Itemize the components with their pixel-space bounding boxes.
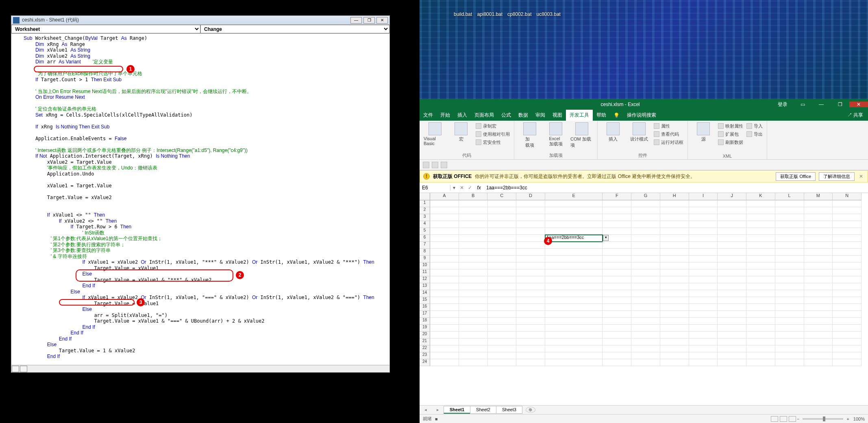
row-header[interactable]: 9: [420, 256, 430, 262]
row-header[interactable]: 5: [420, 228, 430, 235]
cell[interactable]: [430, 283, 459, 290]
ribbon-tab[interactable]: 审阅: [532, 110, 549, 121]
cell[interactable]: [516, 262, 545, 269]
cell[interactable]: [516, 276, 545, 283]
design-mode-button[interactable]: 设计模式: [628, 122, 650, 142]
cell[interactable]: [516, 283, 545, 290]
cell[interactable]: [833, 200, 861, 207]
cell[interactable]: [516, 235, 545, 242]
cell[interactable]: [545, 332, 603, 338]
cell[interactable]: [775, 200, 804, 207]
namebox-dropdown-icon[interactable]: ▾: [450, 185, 458, 191]
insert-controls-button[interactable]: 插入: [602, 122, 624, 142]
cell[interactable]: [689, 269, 718, 276]
cell[interactable]: [775, 242, 804, 249]
cell[interactable]: [746, 249, 775, 256]
cell[interactable]: [804, 359, 833, 366]
cell[interactable]: [746, 276, 775, 283]
cell[interactable]: [804, 290, 833, 297]
cell[interactable]: [603, 249, 631, 256]
cell[interactable]: [660, 276, 689, 283]
cell[interactable]: [516, 359, 545, 366]
cell[interactable]: [631, 242, 660, 249]
cell[interactable]: [775, 214, 804, 221]
cell[interactable]: [488, 311, 517, 318]
row-header[interactable]: 3: [420, 214, 430, 221]
macros-button[interactable]: 宏: [450, 122, 472, 142]
cell[interactable]: [746, 318, 775, 325]
cell[interactable]: [833, 256, 861, 262]
cell[interactable]: [718, 290, 746, 297]
row-header[interactable]: 14: [420, 290, 430, 297]
cell[interactable]: [631, 359, 660, 366]
cell[interactable]: [689, 249, 718, 256]
save-icon[interactable]: [423, 162, 429, 168]
cell[interactable]: [804, 332, 833, 338]
cell[interactable]: [746, 235, 775, 242]
cell[interactable]: [516, 290, 545, 297]
cell[interactable]: [430, 297, 459, 304]
cell[interactable]: [746, 269, 775, 276]
cell[interactable]: [488, 283, 517, 290]
cell[interactable]: [631, 318, 660, 325]
addins-button[interactable]: 加 载项: [518, 122, 541, 148]
cell[interactable]: [430, 332, 459, 338]
cell[interactable]: [459, 318, 488, 325]
cell[interactable]: [689, 228, 718, 235]
cell[interactable]: [603, 200, 631, 207]
name-box[interactable]: E6: [420, 185, 450, 191]
row-header[interactable]: 10: [420, 262, 430, 269]
cell[interactable]: [603, 269, 631, 276]
view-code-button[interactable]: 查看代码: [654, 130, 683, 138]
cell[interactable]: [746, 297, 775, 304]
cell[interactable]: [459, 269, 488, 276]
cell[interactable]: [631, 221, 660, 228]
cell[interactable]: [833, 304, 861, 311]
tellme-icon[interactable]: 💡: [610, 110, 623, 121]
cell[interactable]: [488, 207, 517, 214]
cell[interactable]: [603, 325, 631, 332]
cell[interactable]: [718, 249, 746, 256]
cell[interactable]: [603, 207, 631, 214]
cell[interactable]: [430, 228, 459, 235]
cell[interactable]: [746, 262, 775, 269]
cell[interactable]: [660, 200, 689, 207]
cell[interactable]: [603, 345, 631, 352]
column-header[interactable]: L: [775, 193, 804, 200]
close-button[interactable]: ✕: [376, 17, 388, 24]
cell[interactable]: [660, 332, 689, 338]
cell[interactable]: [718, 359, 746, 366]
cell[interactable]: [804, 311, 833, 318]
row-header[interactable]: 4: [420, 221, 430, 228]
cell[interactable]: [660, 235, 689, 242]
ribbon-tab[interactable]: 开发工具: [566, 110, 593, 121]
cell[interactable]: [459, 290, 488, 297]
cell[interactable]: [833, 338, 861, 345]
cell[interactable]: [746, 311, 775, 318]
select-all-corner[interactable]: [420, 193, 430, 200]
cell[interactable]: [660, 318, 689, 325]
cell[interactable]: [775, 269, 804, 276]
cell[interactable]: [430, 345, 459, 352]
cell[interactable]: [516, 214, 545, 221]
proc-view-icon[interactable]: [12, 366, 19, 372]
cell[interactable]: [545, 311, 603, 318]
cell[interactable]: [631, 256, 660, 262]
cell[interactable]: [804, 276, 833, 283]
cell[interactable]: [775, 207, 804, 214]
cell[interactable]: [689, 345, 718, 352]
cell[interactable]: [603, 304, 631, 311]
cell[interactable]: [545, 249, 603, 256]
ribbon-tab[interactable]: 插入: [454, 110, 471, 121]
cell[interactable]: [545, 221, 603, 228]
cell[interactable]: [488, 352, 517, 359]
cell[interactable]: [631, 249, 660, 256]
cancel-icon[interactable]: ✕: [458, 185, 466, 191]
cell[interactable]: [718, 318, 746, 325]
cell[interactable]: [804, 352, 833, 359]
cell[interactable]: [746, 207, 775, 214]
cell[interactable]: [746, 345, 775, 352]
worksheet-grid[interactable]: ABCDEFGHIJKLMN 1234567891011121314151617…: [420, 193, 868, 405]
cell[interactable]: [459, 256, 488, 262]
cell[interactable]: [488, 345, 517, 352]
